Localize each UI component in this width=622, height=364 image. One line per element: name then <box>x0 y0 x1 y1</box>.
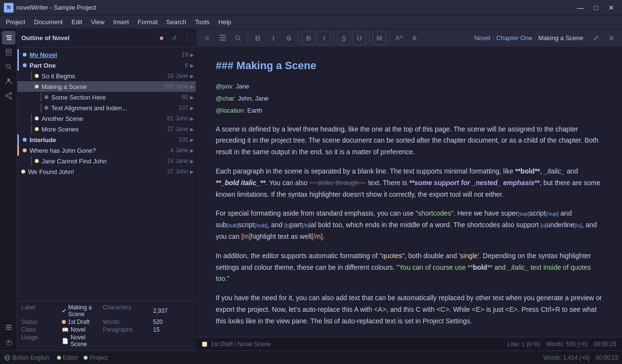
tree-item-some-section-here[interactable]: Some Section Here 80 ▶ <box>17 92 196 102</box>
tree-arrow-more-scenes: ▶ <box>190 127 194 132</box>
language-icon <box>4 354 11 361</box>
meta-value-label: ✔ Making a Scene <box>62 304 101 318</box>
tree-count-another-scene: 81 <box>159 115 174 122</box>
sidebar-refresh-btn[interactable]: ↺ <box>169 33 179 44</box>
toolbar-m-btn[interactable]: M <box>372 31 386 45</box>
tree-item-my-novel[interactable]: My Novel 19 ▶ <box>17 49 196 60</box>
toolbar-outline[interactable] <box>2 31 15 44</box>
toolbar-settings[interactable] <box>2 335 15 349</box>
editor-status: Editor <box>57 354 78 361</box>
svg-rect-16 <box>6 329 12 330</box>
menu-tools[interactable]: Tools <box>191 17 213 27</box>
close-button[interactable]: ✕ <box>605 3 618 13</box>
meta-value-words: 520 <box>153 319 193 325</box>
left-toolbar <box>0 29 17 350</box>
breadcrumb-chapter[interactable]: Chapter One <box>496 34 532 42</box>
menu-help[interactable]: Help <box>214 17 235 27</box>
tree-item-so-it-begins[interactable]: So it Begins 18 Jane ▶ <box>17 71 196 81</box>
svg-point-9 <box>10 92 12 94</box>
sidebar-pin-btn[interactable]: ■ <box>156 33 167 44</box>
svg-point-10 <box>6 95 8 97</box>
tree-char-making-a-scene: Jane <box>176 83 188 90</box>
tree-item-interlude[interactable]: Interlude 101 ▶ <box>17 134 196 145</box>
menu-project[interactable]: Project <box>2 17 29 27</box>
menu-search[interactable]: Search <box>163 17 190 27</box>
toolbar-share[interactable] <box>2 89 15 102</box>
toolbar-italic-btn[interactable]: I <box>267 31 280 45</box>
toolbar-bold2-btn[interactable]: B <box>302 31 315 45</box>
svg-rect-5 <box>7 52 10 53</box>
tree-item-another-scene[interactable]: Another Scene 81 John ▶ <box>17 113 196 124</box>
toolbar-novel[interactable] <box>2 45 15 59</box>
tree-arrow-so-it-begins: ▶ <box>190 73 194 79</box>
status-bar-left: British English Editor Project <box>4 354 108 361</box>
toolbar-aa-btn[interactable]: Aᴬ <box>392 31 406 45</box>
toolbar-strike-btn[interactable]: S <box>282 31 296 45</box>
svg-point-11 <box>10 97 12 99</box>
toolbar-characters[interactable] <box>2 74 15 88</box>
toolbar-list[interactable] <box>2 320 15 334</box>
tree-count-part-one: 6 <box>174 62 188 69</box>
menu-edit[interactable]: Edit <box>68 17 86 27</box>
tree-item-jane-cannot-find-john[interactable]: Jane Cannot Find John 24 Jane ▶ <box>17 156 196 166</box>
meta-location-line: @location: Earth <box>216 106 603 116</box>
project-status-dot <box>84 356 88 360</box>
toolbar-search[interactable] <box>2 60 15 73</box>
editor-area[interactable]: ### Making a Scene @pov: Jane @char: Joh… <box>196 47 622 337</box>
toolbar-menu-btn[interactable]: ≡ <box>200 31 214 45</box>
menu-view[interactable]: View <box>87 17 108 27</box>
toolbar-sep-3 <box>334 33 334 43</box>
right-panel: ≡ ☰ B I S B I S U M Aᴬ A Nove <box>196 29 622 350</box>
toolbar-sep-5 <box>389 33 389 43</box>
title-bar-title: novelWriter - Sample Project <box>16 4 96 11</box>
status-bar: British English Editor Project Words: 1,… <box>0 350 622 364</box>
svg-rect-0 <box>6 35 12 36</box>
sidebar-menu-btn[interactable]: ⋮ <box>181 33 192 44</box>
toolbar-underline-btn[interactable]: S <box>337 31 351 45</box>
sidebar-header-icons: ■ ↺ ⋮ <box>156 33 192 44</box>
tree-item-where-has-john-gone[interactable]: Where has John Gone? 4 Jane ▶ <box>17 145 196 156</box>
toolbar-list-btn[interactable]: ☰ <box>216 31 229 45</box>
app-icon: N <box>4 3 14 13</box>
language-label: British English <box>13 354 49 361</box>
toolbar-sep-2 <box>298 33 299 43</box>
menu-document[interactable]: Document <box>30 17 66 27</box>
tree-item-part-one[interactable]: Part One 6 ▶ <box>17 60 196 71</box>
breadcrumb-expand-btn[interactable]: ⤢ <box>589 31 603 45</box>
tree-arrow-making-a-scene: ▶ <box>190 84 194 89</box>
tree-arrow-where-john-gone: ▶ <box>190 148 194 153</box>
editor-toolbar: ≡ ☰ B I S B I S U M Aᴬ A Nove <box>196 29 622 47</box>
menu-format[interactable]: Format <box>134 17 162 27</box>
tree-label-jane-cannot-find-john: Jane Cannot Find John <box>42 158 157 165</box>
meta-label-status: Status <box>21 319 60 325</box>
maximize-button[interactable]: □ <box>589 3 603 13</box>
meta-value-usage: 📄 Novel Scene <box>62 334 101 348</box>
svg-rect-4 <box>7 51 10 52</box>
svg-rect-1 <box>7 37 12 38</box>
toolbar-italic2-btn[interactable]: I <box>317 31 331 45</box>
tree-item-text-alignment[interactable]: Text Alignment and Inden... 107 ▶ <box>17 102 196 113</box>
menu-insert[interactable]: Insert <box>109 17 133 27</box>
tree-count-where-john-gone: 4 <box>159 147 174 154</box>
toolbar-bold-btn[interactable]: B <box>251 31 265 45</box>
draft-status-icon <box>202 342 207 347</box>
breadcrumb-close-btn[interactable]: ✕ <box>605 31 618 45</box>
tree-label-we-found-john: We Found John! <box>28 168 157 175</box>
minimize-button[interactable]: — <box>574 3 587 13</box>
tree-item-making-a-scene[interactable]: Making a Scene 333 Jane ▶ <box>17 81 196 92</box>
main-content: Outline of Novel ■ ↺ ⋮ My Novel 19 ▶ Par… <box>0 29 622 350</box>
tree-item-more-scenes[interactable]: More Scenes 27 Jane ▶ <box>17 124 196 134</box>
project-status-label: Project <box>89 354 107 361</box>
tree-label-part-one: Part One <box>30 62 172 69</box>
tree-item-we-found-john[interactable]: We Found John! 37 John ▶ <box>17 166 196 177</box>
svg-line-13 <box>8 96 10 98</box>
breadcrumb-novel[interactable]: Novel <box>474 34 490 42</box>
tree-arrow-jane-cannot-find-john: ▶ <box>190 159 194 164</box>
tree-arrow-text-alignment: ▶ <box>190 105 194 111</box>
toolbar-search-btn[interactable] <box>231 31 245 45</box>
toolbar-a-btn[interactable]: A <box>408 31 421 45</box>
tree-char-more-scenes: Jane <box>176 126 188 132</box>
toolbar-mark-btn[interactable]: U <box>353 31 366 45</box>
doc-heading: ### Making a Scene <box>216 57 603 74</box>
bottom-bar-right: Line: 1 (0 %) Words: 520 (+0) 00:00:23 <box>507 341 616 348</box>
